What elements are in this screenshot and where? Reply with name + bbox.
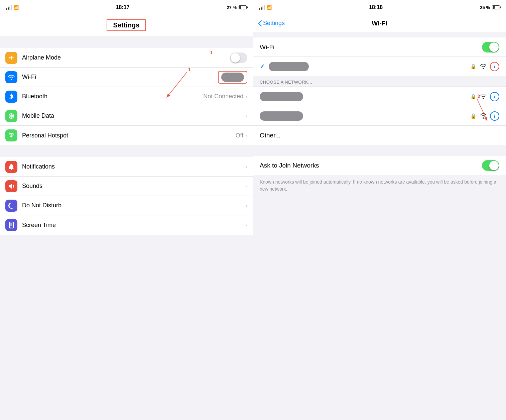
screen-time-icon (5, 219, 17, 231)
bluetooth-row[interactable]: Bluetooth Not Connected › (0, 87, 253, 106)
status-bar-right: 📶 18:18 25 % (253, 0, 506, 15)
status-bar-left: 📶 18:17 27 % (0, 0, 253, 15)
battery-pct-right: 25 % (480, 5, 490, 10)
mobile-data-icon (5, 110, 17, 122)
battery-icon-left (239, 5, 247, 9)
svg-rect-7 (10, 223, 12, 226)
wifi-value-box (218, 71, 247, 84)
ask-to-join-label: Ask to Join Networks (260, 162, 482, 169)
personal-hotspot-value: Off (236, 132, 244, 139)
do-not-disturb-label: Do Not Disturb (22, 202, 245, 209)
bluetooth-chevron: › (245, 93, 247, 100)
screen-time-chevron: › (245, 222, 247, 228)
svg-point-2 (10, 135, 12, 137)
bluetooth-value: Not Connected (203, 93, 243, 100)
wifi-status-right-icon: 📶 (266, 5, 272, 10)
battery-icon-right (492, 5, 500, 9)
settings-group-2: Notifications › Sounds › Do Not Disturb … (0, 157, 253, 235)
screen-time-row[interactable]: Screen Time › (0, 215, 253, 235)
do-not-disturb-row[interactable]: Do Not Disturb › (0, 196, 253, 215)
wifi-strength-icon (480, 64, 487, 69)
battery-area-left: 27 % (227, 5, 247, 10)
svg-marker-5 (9, 184, 12, 189)
back-label: Settings (263, 20, 285, 27)
ask-section-sep (253, 145, 506, 156)
wifi-toggle-row[interactable]: Wi-Fi (253, 37, 506, 57)
connected-network-pill (269, 62, 309, 71)
settings-title-bar: Settings (0, 15, 253, 36)
wifi-label: Wi-Fi (22, 74, 218, 81)
annotation-1-number: 1 (210, 50, 213, 55)
sounds-row[interactable]: Sounds › (0, 177, 253, 196)
personal-hotspot-chevron: › (245, 132, 247, 139)
clock-left: 18:17 (116, 4, 130, 10)
connected-network-icons: 🔒 i (470, 62, 499, 71)
info-icon-1: i (494, 94, 495, 99)
connected-network-row[interactable]: ✓ 🔒 i 2 (253, 57, 506, 76)
airplane-mode-toggle[interactable] (230, 52, 247, 63)
wifi-nav-title: Wi-Fi (372, 20, 387, 27)
network-1-lock-icon: 🔒 (470, 94, 477, 100)
notifications-chevron: › (245, 164, 247, 170)
info-button-1[interactable]: i (490, 92, 499, 101)
clock-right: 18:18 (369, 4, 383, 10)
known-networks-description: Known networks will be joined automatica… (253, 175, 506, 199)
network-1-icons: 🔒 i (470, 92, 499, 101)
airplane-mode-row[interactable]: ✈ Airplane Mode 1 (0, 48, 253, 68)
mobile-data-row[interactable]: Mobile Data › (0, 106, 253, 126)
sounds-icon (5, 180, 17, 192)
wifi-row[interactable]: Wi-Fi (0, 68, 253, 87)
info-icon-connected: i (494, 64, 495, 69)
settings-title: Settings (113, 21, 140, 29)
info-icon-2: i (494, 113, 495, 119)
svg-point-4 (11, 169, 12, 170)
wifi-gray-pill (221, 73, 244, 82)
settings-group-1: ✈ Airplane Mode 1 Wi-Fi (0, 48, 253, 145)
wifi-panel: 📶 18:18 25 % Settings Wi-Fi Wi-Fi (253, 0, 506, 420)
network-row-2[interactable]: 🔒 i (253, 106, 506, 126)
info-button-2[interactable]: i (490, 111, 499, 121)
battery-area-right: 25 % (480, 5, 500, 10)
other-network-row[interactable]: Other... (253, 126, 506, 145)
bluetooth-label: Bluetooth (22, 93, 203, 100)
ask-to-join-toggle[interactable] (482, 160, 499, 171)
notifications-row[interactable]: Notifications › (0, 157, 253, 177)
wifi-icon (5, 71, 17, 83)
bluetooth-icon (5, 91, 17, 103)
lock-icon: 🔒 (470, 64, 477, 70)
network-2-wifi-icon (480, 113, 487, 119)
wifi-nav-bar: Settings Wi-Fi (253, 15, 506, 32)
do-not-disturb-icon (5, 200, 17, 212)
other-label: Other... (260, 132, 280, 139)
wifi-sep-top (253, 32, 506, 37)
signal-bars-icon (6, 5, 12, 10)
section-sep-2 (0, 145, 253, 157)
choose-network-header: CHOOSE A NETWORK... (253, 76, 506, 87)
settings-panel: 📶 18:17 27 % Settings ✈ Airplane Mode 1 (0, 0, 253, 420)
personal-hotspot-label: Personal Hotspot (22, 132, 236, 139)
ask-to-join-row[interactable]: Ask to Join Networks (253, 156, 506, 175)
personal-hotspot-row[interactable]: Personal Hotspot Off › (0, 126, 253, 145)
screen-time-label: Screen Time (22, 222, 245, 229)
wifi-main-label: Wi-Fi (260, 43, 482, 51)
checkmark-icon: ✓ (260, 63, 265, 70)
back-button[interactable]: Settings (258, 20, 285, 27)
notifications-icon (5, 161, 17, 173)
network-2-pill (260, 111, 303, 121)
wifi-main-section: Wi-Fi ✓ 🔒 i 2 (253, 37, 506, 76)
info-button-connected[interactable]: i (490, 62, 499, 71)
battery-pct-left: 27 % (227, 5, 237, 10)
section-sep-1 (0, 36, 253, 48)
do-not-disturb-chevron: › (245, 202, 247, 209)
notifications-label: Notifications (22, 163, 245, 170)
network-1-pill (260, 92, 303, 101)
wifi-status-icon: 📶 (13, 5, 19, 10)
signal-area: 📶 (6, 5, 19, 10)
settings-title-box: Settings (107, 19, 146, 31)
wifi-main-toggle[interactable] (482, 42, 499, 52)
airplane-mode-label: Airplane Mode (22, 54, 230, 61)
personal-hotspot-icon (5, 129, 17, 141)
network-row-1[interactable]: 🔒 i (253, 87, 506, 106)
network-1-wifi-icon (480, 94, 487, 99)
airplane-mode-icon: ✈ (5, 52, 17, 64)
